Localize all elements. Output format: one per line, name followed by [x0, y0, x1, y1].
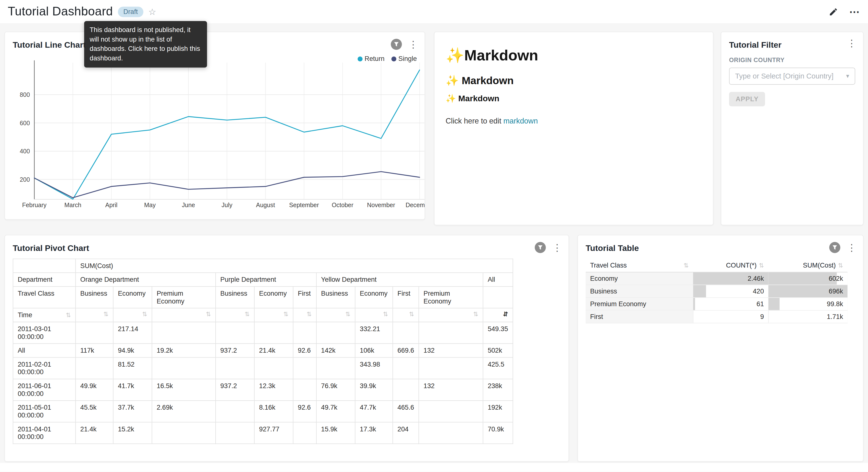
- pivot-sort-cell[interactable]: ⇅: [393, 308, 418, 322]
- pivot-value-cell: [393, 379, 418, 401]
- sort-icon[interactable]: ⇅: [345, 311, 350, 317]
- sort-icon[interactable]: ⇅: [409, 311, 414, 317]
- pivot-column-header[interactable]: Economy: [113, 287, 152, 308]
- pivot-value-cell: [216, 322, 254, 344]
- filter-indicator-icon[interactable]: [829, 242, 840, 253]
- filter-indicator-icon[interactable]: [535, 242, 546, 253]
- pivot-sort-cell[interactable]: ⇅: [355, 308, 393, 322]
- table-column-header[interactable]: Travel Class⇅: [586, 259, 693, 272]
- pivot-group-header[interactable]: Orange Department: [75, 273, 216, 287]
- sort-icon[interactable]: ⇅: [245, 311, 250, 317]
- filter-card-icons: ⋮: [847, 39, 856, 48]
- pivot-time-header[interactable]: Time⇅: [13, 308, 75, 322]
- pivot-value-cell: 17.3k: [355, 422, 393, 444]
- pivot-value-cell: 37.7k: [113, 401, 152, 422]
- x-tick-label: October: [332, 202, 353, 208]
- filter-menu-icon[interactable]: ⋮: [847, 39, 856, 48]
- pivot-column-header[interactable]: [483, 287, 513, 308]
- line-chart-card-icons: ⋮: [391, 39, 418, 50]
- pivot-group-header[interactable]: All: [483, 273, 513, 287]
- filter-card-title: Tutorial Filter: [729, 40, 781, 49]
- pivot-column-header[interactable]: Economy: [254, 287, 293, 308]
- pivot-sort-cell[interactable]: ⇅: [113, 308, 152, 322]
- pivot-column-header[interactable]: Business: [75, 287, 113, 308]
- draft-badge[interactable]: Draft: [118, 6, 143, 17]
- pivot-value-cell: 669.6: [393, 344, 418, 358]
- pivot-value-cell: [393, 322, 418, 344]
- pivot-column-header[interactable]: First: [293, 287, 316, 308]
- table-column-header[interactable]: COUNT(*)⇅: [693, 259, 769, 272]
- sort-icon[interactable]: ⇅: [142, 311, 147, 317]
- sort-icon[interactable]: ⇅: [66, 312, 71, 318]
- pivot-column-header[interactable]: Premium Economy: [419, 287, 483, 308]
- sort-icon[interactable]: ⇅: [684, 262, 689, 268]
- chart-menu-icon[interactable]: ⋮: [409, 40, 418, 49]
- markdown-paragraph-text: Click here to edit: [446, 117, 503, 125]
- pivot-column-header[interactable]: Business: [316, 287, 355, 308]
- pivot-value-cell: 927.77: [254, 422, 293, 444]
- pivot-value-cell: 549.35: [483, 322, 513, 344]
- pivot-column-header[interactable]: Business: [216, 287, 254, 308]
- pivot-value-cell: [152, 357, 215, 379]
- pivot-value-cell: [293, 322, 316, 344]
- pivot-time-label: Time: [18, 311, 32, 319]
- pivot-value-cell: [75, 357, 113, 379]
- pivot-value-cell: 142k: [316, 344, 355, 358]
- pivot-value-cell: 502k: [483, 344, 513, 358]
- pivot-value-cell: [419, 357, 483, 379]
- pivot-column-header[interactable]: Economy: [355, 287, 393, 308]
- pivot-sort-cell[interactable]: ⇅: [152, 308, 215, 322]
- pivot-value-cell: 132: [419, 344, 483, 358]
- pivot-sort-cell[interactable]: ⇅: [75, 308, 113, 322]
- line-chart-svg: 200400600800FebruaryMarchAprilMayJuneJul…: [5, 32, 425, 219]
- sort-icon[interactable]: ⇅: [283, 311, 288, 317]
- more-actions-icon[interactable]: ⋯: [849, 5, 860, 18]
- pivot-card-icons: ⋮: [535, 242, 562, 253]
- origin-country-select[interactable]: Type or Select [Origin Country] ▾: [729, 67, 855, 85]
- pivot-sort-cell[interactable]: ⇅: [293, 308, 316, 322]
- pivot-sort-cell[interactable]: ⇅: [254, 308, 293, 322]
- markdown-h2: ✨ Markdown: [446, 74, 702, 87]
- pivot-value-cell: 21.4k: [75, 422, 113, 444]
- sort-icon[interactable]: ⇅: [206, 311, 211, 317]
- sort-icon[interactable]: ⇅: [759, 262, 764, 268]
- pivot-group-header[interactable]: Purple Department: [216, 273, 316, 287]
- travel-class-cell: Premium Economy: [586, 298, 693, 311]
- travel-class-cell: Business: [586, 285, 693, 298]
- pivot-sort-cell[interactable]: ⇅: [316, 308, 355, 322]
- edit-markdown-link[interactable]: markdown: [503, 117, 538, 125]
- chart-menu-icon[interactable]: ⋮: [847, 243, 856, 252]
- sum-cell: 602k: [768, 272, 847, 285]
- x-tick-label: May: [144, 202, 156, 208]
- pivot-column-header[interactable]: First: [393, 287, 418, 308]
- pivot-sort-cell[interactable]: ⇅: [216, 308, 254, 322]
- filter-indicator-icon[interactable]: [391, 39, 402, 50]
- pivot-value-cell: [152, 322, 215, 344]
- sort-icon[interactable]: ⇅: [383, 311, 388, 317]
- header-actions: ⋯: [829, 5, 860, 18]
- pivot-value-cell: 106k: [355, 344, 393, 358]
- pivot-value-cell: [152, 422, 215, 444]
- chart-menu-icon[interactable]: ⋮: [552, 243, 562, 252]
- pivot-row-label: 2011-05-01 00:00:00: [13, 401, 75, 422]
- sort-icon[interactable]: ⇅: [473, 311, 478, 317]
- sort-icon-active[interactable]: ⇵: [503, 311, 508, 317]
- pivot-group-header[interactable]: Yellow Department: [316, 273, 483, 287]
- pivot-column-header[interactable]: Premium Economy: [152, 287, 215, 308]
- sort-icon[interactable]: ⇅: [103, 311, 108, 317]
- pivot-sort-cell[interactable]: ⇵: [483, 308, 513, 322]
- count-cell: 9: [693, 311, 769, 323]
- pivot-row-label: 2011-02-01 00:00:00: [13, 357, 75, 379]
- edit-dashboard-icon[interactable]: [829, 7, 838, 16]
- y-tick-label: 600: [20, 120, 30, 126]
- table-column-header[interactable]: SUM(Cost)⇅: [768, 259, 847, 272]
- page-title: Tutorial Dashboard: [8, 4, 113, 19]
- dashboard-page: Tutorial Dashboard Draft ☆ ⋯ This dashbo…: [0, 0, 868, 472]
- sort-icon[interactable]: ⇅: [307, 311, 312, 317]
- sort-icon[interactable]: ⇅: [838, 262, 843, 268]
- apply-button[interactable]: APPLY: [729, 92, 765, 107]
- pivot-value-cell: 81.52: [113, 357, 152, 379]
- select-placeholder: Type or Select [Origin Country]: [735, 72, 834, 80]
- pivot-sort-cell[interactable]: ⇅: [419, 308, 483, 322]
- favorite-star-icon[interactable]: ☆: [148, 6, 156, 17]
